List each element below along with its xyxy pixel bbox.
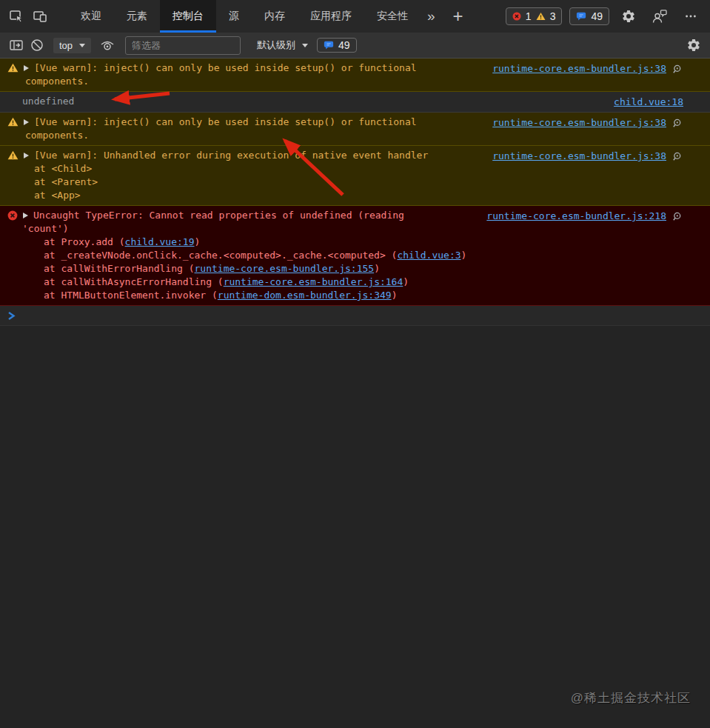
magnifier-icon[interactable]: [672, 211, 683, 222]
context-selector-label: top: [59, 40, 73, 51]
warning-count: 3: [550, 11, 556, 21]
chevron-down-icon: [302, 44, 308, 47]
tab-security[interactable]: 安全性: [364, 0, 421, 33]
stack-line: at callWithAsyncErrorHandling (runtime-c…: [44, 275, 466, 289]
source-link[interactable]: runtime-dom.esm-bundler.js:349: [218, 290, 392, 301]
message-text: [Vue warn]: inject() can only be used in…: [34, 116, 417, 142]
stack-line: at Proxy.add (child.vue:19): [44, 236, 466, 249]
message-count: 49: [591, 11, 603, 21]
device-toolbar-icon[interactable]: [28, 0, 52, 33]
errors-warnings-badge[interactable]: 1 3: [506, 7, 563, 25]
source-link[interactable]: child.vue:3: [397, 250, 461, 261]
tabbar-right-cluster: 1 3 49: [506, 0, 710, 33]
expand-triangle-icon[interactable]: [24, 153, 29, 158]
message-bubble-icon: [576, 11, 586, 21]
tab-application[interactable]: 应用程序: [298, 0, 364, 33]
stack-line: at <Parent>: [34, 176, 428, 189]
message-text: [Vue warn]: inject() can only be used in…: [34, 61, 417, 88]
error-icon: [7, 210, 18, 221]
tab-sources[interactable]: 源: [216, 0, 252, 33]
stack-line: at callWithErrorHandling (runtime-core.e…: [44, 262, 466, 275]
console-message-warning-2: [Vue warn]: inject() can only be used in…: [0, 113, 710, 146]
tab-welcome[interactable]: 欢迎: [68, 0, 114, 33]
context-selector[interactable]: top: [53, 38, 91, 53]
messages-badge[interactable]: 49: [569, 7, 609, 25]
watermark: @稀土掘金技术社区: [571, 689, 691, 707]
tab-strip: 欢迎 元素 控制台 源 内存 应用程序 安全性: [68, 0, 421, 33]
console-messages: [Vue warn]: inject() can only be used in…: [0, 59, 710, 326]
stack-line: at HTMLButtonElement.invoker (runtime-do…: [44, 289, 466, 302]
source-link[interactable]: child.vue:18: [614, 96, 683, 109]
more-tabs-icon[interactable]: »: [421, 0, 442, 33]
source-link[interactable]: child.vue:19: [125, 236, 195, 247]
inspect-element-icon[interactable]: [4, 0, 28, 33]
prompt-chevron-icon: [7, 311, 16, 321]
tab-memory[interactable]: 内存: [252, 0, 298, 33]
console-message-error: Uncaught TypeError: Cannot read properti…: [0, 206, 710, 306]
console-toolbar: top 默认级别 49: [0, 33, 710, 59]
source-link[interactable]: runtime-core.esm-bundler.js:38: [492, 116, 666, 130]
toolbar-messages-badge[interactable]: 49: [317, 38, 357, 53]
source-link[interactable]: runtime-core.esm-bundler.js:218: [486, 210, 666, 223]
devtools-window: 欢迎 元素 控制台 源 内存 应用程序 安全性 » + 1 3 49: [0, 0, 710, 728]
stack-line: at _createVNode.onClick._cache.<computed…: [44, 249, 466, 262]
message-text: [Vue warn]: Unhandled error during execu…: [34, 149, 428, 202]
stack-line: at <Child>: [34, 162, 428, 176]
stack-line: at <App>: [34, 189, 428, 202]
warning-icon: [7, 63, 19, 73]
error-count: 1: [526, 11, 532, 21]
expand-triangle-icon[interactable]: [24, 65, 29, 71]
console-sidebar-icon[interactable]: [6, 38, 27, 53]
console-message-warning-3: [Vue warn]: Unhandled error during execu…: [0, 146, 710, 206]
settings-gear-icon[interactable]: [617, 9, 640, 24]
expand-triangle-icon[interactable]: [24, 119, 29, 125]
warning-icon: [536, 12, 546, 21]
add-tool-icon[interactable]: +: [446, 0, 470, 33]
expand-triangle-icon[interactable]: [23, 213, 28, 218]
clear-console-icon[interactable]: [27, 38, 47, 53]
tab-elements[interactable]: 元素: [114, 0, 160, 33]
console-log-undefined: undefined child.vue:18: [0, 92, 710, 113]
error-icon: [512, 12, 521, 21]
tab-console[interactable]: 控制台: [160, 0, 216, 33]
magnifier-icon[interactable]: [672, 64, 683, 75]
more-options-icon[interactable]: [679, 10, 703, 23]
console-message-warning-1: [Vue warn]: inject() can only be used in…: [0, 59, 710, 92]
magnifier-icon[interactable]: [672, 151, 683, 162]
magnifier-icon[interactable]: [672, 118, 683, 129]
log-level-label: 默认级别: [257, 39, 295, 52]
source-link[interactable]: runtime-core.esm-bundler.js:38: [492, 62, 666, 76]
toolbar-message-count: 49: [338, 40, 350, 50]
filter-input[interactable]: [125, 36, 241, 55]
console-settings-gear-icon[interactable]: [683, 38, 704, 53]
feedback-person-icon[interactable]: [648, 9, 672, 24]
warning-icon: [7, 117, 19, 127]
message-bubble-icon: [324, 40, 334, 50]
source-link[interactable]: runtime-core.esm-bundler.js:155: [195, 263, 375, 274]
source-link[interactable]: runtime-core.esm-bundler.js:164: [224, 276, 403, 287]
console-prompt[interactable]: [0, 306, 710, 326]
live-expression-eye-icon[interactable]: [97, 39, 118, 52]
log-value: undefined: [22, 96, 74, 107]
warning-icon: [7, 150, 19, 160]
message-text: Uncaught TypeError: Cannot read properti…: [33, 209, 466, 302]
devtools-tabbar: 欢迎 元素 控制台 源 内存 应用程序 安全性 » + 1 3 49: [0, 0, 710, 33]
source-link[interactable]: runtime-core.esm-bundler.js:38: [492, 150, 666, 163]
log-level-selector[interactable]: 默认级别: [257, 39, 308, 52]
chevron-down-icon: [79, 44, 85, 47]
